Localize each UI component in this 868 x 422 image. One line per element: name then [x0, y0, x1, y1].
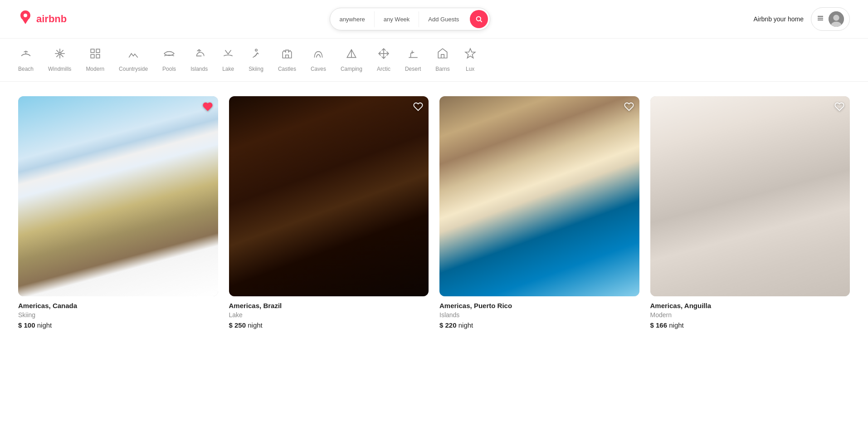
category-modern[interactable]: Modern	[86, 48, 104, 77]
lux-icon	[464, 48, 476, 62]
category-label-lux: Lux	[466, 66, 474, 72]
category-nav: Beach Windmills Modern Countryside Pools…	[0, 39, 868, 82]
category-label-beach: Beach	[18, 66, 34, 72]
search-week-value: any Week	[384, 16, 410, 23]
listing-type-brazil: Lake	[229, 311, 429, 319]
castles-icon	[281, 48, 293, 62]
svg-rect-17	[91, 49, 94, 53]
islands-icon	[193, 48, 205, 62]
category-lux[interactable]: Lux	[464, 48, 476, 77]
modern-icon	[89, 48, 101, 62]
listing-type-anguilla: Modern	[650, 311, 850, 319]
svg-line-16	[56, 50, 59, 53]
category-barns[interactable]: Barns	[435, 48, 449, 77]
listing-location-puertorico: Americas, Puerto Rico	[439, 302, 639, 309]
airbnb-logo-icon	[18, 10, 33, 28]
listing-info-anguilla: Americas, Anguilla Modern $ 166 night	[650, 302, 850, 329]
listing-info-canada: Americas, Canada Skiing $ 100 night	[18, 302, 218, 329]
listing-price-brazil: $ 250 night	[229, 321, 429, 329]
listing-card-puertorico[interactable]: Americas, Puerto Rico Islands $ 220 nigh…	[439, 96, 639, 329]
airbnb-logo-text: airbnb	[36, 13, 67, 25]
category-label-skiing: Skiing	[249, 66, 263, 72]
listing-info-puertorico: Americas, Puerto Rico Islands $ 220 nigh…	[439, 302, 639, 329]
category-windmills[interactable]: Windmills	[48, 48, 71, 77]
listing-price-canada: $ 100 night	[18, 321, 218, 329]
search-where-value: anywhere	[339, 16, 365, 23]
listings-grid: Americas, Canada Skiing $ 100 night Amer…	[0, 82, 868, 343]
search-bar: anywhere any Week Add Guests	[330, 8, 490, 30]
svg-line-14	[56, 54, 59, 57]
svg-rect-18	[96, 49, 100, 53]
host-link[interactable]: Airbnb your home	[753, 15, 804, 23]
category-castles[interactable]: Castles	[278, 48, 296, 77]
hamburger-icon	[817, 15, 824, 24]
wishlist-button-brazil[interactable]	[413, 102, 423, 113]
listing-image-canada	[18, 96, 218, 296]
listing-card-brazil[interactable]: Americas, Brazil Lake $ 250 night	[229, 96, 429, 329]
category-pools[interactable]: Pools	[162, 48, 176, 77]
countryside-icon	[127, 48, 139, 62]
beach-icon	[20, 48, 32, 62]
listing-image-puertorico	[439, 96, 639, 296]
svg-point-6	[833, 15, 839, 21]
category-label-modern: Modern	[86, 66, 104, 72]
svg-line-10	[60, 50, 63, 53]
user-avatar	[829, 11, 844, 27]
category-label-arctic: Arctic	[377, 66, 390, 72]
camping-icon	[346, 48, 357, 62]
wishlist-button-anguilla[interactable]	[834, 102, 844, 113]
barns-icon	[437, 48, 449, 62]
svg-rect-20	[96, 54, 100, 58]
listing-type-puertorico: Islands	[439, 311, 639, 319]
svg-point-22	[255, 49, 257, 51]
category-camping[interactable]: Camping	[341, 48, 362, 77]
logo[interactable]: airbnb	[18, 10, 67, 28]
pools-icon	[163, 48, 175, 62]
svg-line-1	[480, 20, 482, 22]
svg-marker-26	[465, 49, 475, 58]
category-desert[interactable]: Desert	[405, 48, 421, 77]
category-lake[interactable]: Lake	[222, 48, 234, 77]
listing-card-anguilla[interactable]: Americas, Anguilla Modern $ 166 night	[650, 96, 850, 329]
category-caves[interactable]: Caves	[311, 48, 326, 77]
category-skiing[interactable]: Skiing	[249, 48, 263, 77]
svg-point-8	[59, 53, 61, 54]
header: airbnb anywhere any Week Add Guests Airb…	[0, 0, 868, 39]
search-where[interactable]: anywhere	[330, 11, 374, 27]
wishlist-button-puertorico[interactable]	[624, 102, 634, 113]
category-countryside[interactable]: Countryside	[119, 48, 148, 77]
search-guests[interactable]: Add Guests	[419, 11, 468, 27]
category-label-islands: Islands	[190, 66, 208, 72]
listing-type-canada: Skiing	[18, 311, 218, 319]
category-label-castles: Castles	[278, 66, 296, 72]
category-beach[interactable]: Beach	[18, 48, 34, 77]
category-label-windmills: Windmills	[48, 66, 71, 72]
search-week[interactable]: any Week	[375, 11, 419, 27]
skiing-icon	[250, 48, 262, 62]
listing-location-brazil: Americas, Brazil	[229, 302, 429, 309]
wishlist-button-canada[interactable]	[203, 102, 213, 113]
menu-button[interactable]	[811, 7, 850, 31]
search-button[interactable]	[470, 10, 488, 28]
category-label-camping: Camping	[341, 66, 362, 72]
listing-info-brazil: Americas, Brazil Lake $ 250 night	[229, 302, 429, 329]
windmills-icon	[54, 48, 66, 62]
category-arctic[interactable]: Arctic	[377, 48, 390, 77]
listing-price-anguilla: $ 166 night	[650, 321, 850, 329]
category-label-desert: Desert	[405, 66, 421, 72]
svg-rect-19	[91, 54, 94, 58]
lake-icon	[222, 48, 234, 62]
caves-icon	[312, 48, 324, 62]
listing-card-canada[interactable]: Americas, Canada Skiing $ 100 night	[18, 96, 218, 329]
desert-icon	[407, 48, 419, 62]
listing-image-brazil	[229, 96, 429, 296]
category-label-countryside: Countryside	[119, 66, 148, 72]
category-islands[interactable]: Islands	[190, 48, 208, 77]
arctic-icon	[378, 48, 390, 62]
listing-location-anguilla: Americas, Anguilla	[650, 302, 850, 309]
listing-location-canada: Americas, Canada	[18, 302, 218, 309]
search-guests-value: Add Guests	[428, 16, 459, 23]
category-label-barns: Barns	[435, 66, 449, 72]
listing-image-anguilla	[650, 96, 850, 296]
listing-price-puertorico: $ 220 night	[439, 321, 639, 329]
